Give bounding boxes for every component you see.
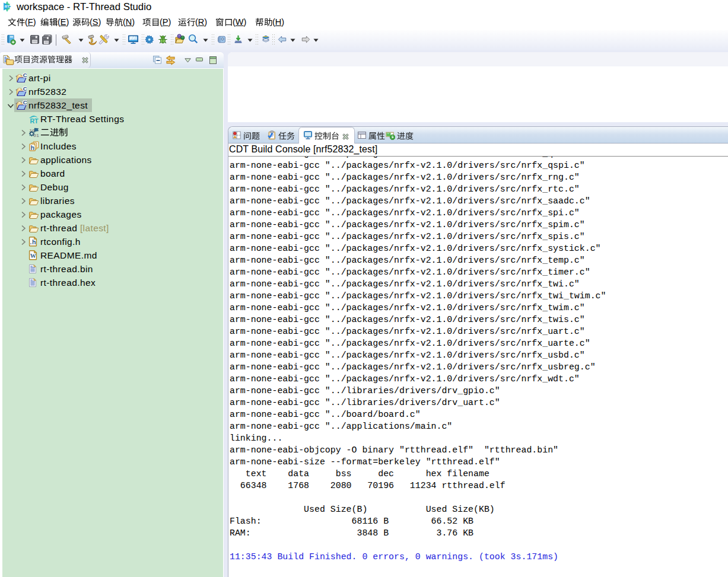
svg-text:RT: RT (5, 4, 9, 8)
svg-text:C: C (23, 73, 27, 78)
svg-text:C: C (23, 87, 27, 92)
svg-text:RT: RT (30, 117, 39, 123)
svg-text:W: W (30, 253, 36, 259)
svg-text:.h: .h (30, 238, 36, 246)
svg-text:C: C (23, 100, 27, 106)
svg-text:h: h (31, 144, 35, 151)
svg-text:01: 01 (34, 132, 40, 138)
